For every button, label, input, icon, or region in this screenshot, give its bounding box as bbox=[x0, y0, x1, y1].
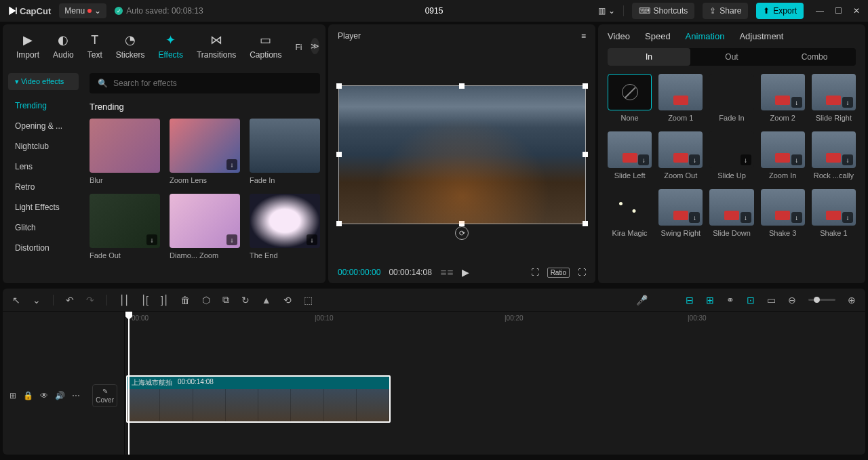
resize-handle[interactable] bbox=[336, 83, 342, 89]
sidebar-item[interactable]: Trending bbox=[8, 96, 79, 116]
anim-subtab-combo[interactable]: Combo bbox=[773, 48, 856, 66]
animation-item[interactable]: ↓Slide Down bbox=[709, 189, 753, 237]
video-frame[interactable] bbox=[338, 85, 586, 224]
sidebar-item[interactable]: Opening & ... bbox=[8, 116, 79, 136]
resize-handle[interactable] bbox=[336, 221, 342, 226]
animation-item[interactable]: ↓Slide Up bbox=[709, 131, 753, 180]
inspector-tab-speed[interactable]: Speed bbox=[645, 31, 671, 41]
menu-button[interactable]: Menu ⌄ bbox=[59, 3, 106, 18]
playhead[interactable] bbox=[128, 312, 130, 455]
sidebar-item[interactable]: Distortion bbox=[8, 238, 79, 258]
crop-tool[interactable]: ⬚ bbox=[304, 295, 313, 306]
media-tab-import[interactable]: ▶Import bbox=[11, 30, 45, 62]
fullscreen-icon[interactable]: ⛶ bbox=[578, 268, 586, 277]
animation-item[interactable]: ↓Rock ...cally bbox=[812, 131, 856, 180]
more-icon[interactable]: ⋯ bbox=[72, 391, 80, 400]
search-input[interactable] bbox=[113, 79, 312, 88]
resize-handle[interactable] bbox=[583, 83, 588, 89]
split-right-tool[interactable]: ]⎮ bbox=[161, 295, 168, 306]
anim-subtab-out[interactable]: Out bbox=[690, 48, 773, 66]
animation-item[interactable]: Zoom 1 bbox=[658, 74, 703, 122]
sidebar-item[interactable]: Light Effects bbox=[8, 197, 79, 217]
share-button[interactable]: ⇪ Share bbox=[703, 3, 748, 19]
sidebar-item[interactable]: Glitch bbox=[8, 217, 79, 238]
rotate-tool[interactable]: ⟲ bbox=[283, 295, 292, 306]
video-clip[interactable]: 上海城市航拍 00:00:14:08 bbox=[126, 375, 391, 423]
zoom-in-icon[interactable]: ⊕ bbox=[848, 295, 856, 306]
refresh-icon[interactable]: ⟳ bbox=[455, 226, 469, 240]
chevron-down-icon[interactable]: ⌄ bbox=[33, 295, 41, 306]
split-left-tool[interactable]: ⎮[ bbox=[141, 295, 149, 306]
zoom-slider[interactable] bbox=[808, 299, 835, 301]
list-icon[interactable]: ≣≣ bbox=[440, 268, 454, 277]
add-track-icon[interactable]: ⊞ bbox=[9, 391, 16, 400]
animation-item[interactable]: ↓Slide Left bbox=[608, 131, 652, 180]
link-tool-1[interactable]: ⊟ bbox=[686, 295, 694, 306]
animation-item[interactable]: ↓Zoom Out bbox=[658, 131, 703, 180]
resize-handle[interactable] bbox=[583, 221, 588, 226]
link-tool-2[interactable]: ⊞ bbox=[706, 295, 714, 306]
ratio-button[interactable]: Ratio bbox=[547, 268, 570, 278]
menu-icon[interactable]: ≡ bbox=[581, 31, 586, 41]
sidebar-tag[interactable]: ▾ Video effects bbox=[8, 73, 79, 90]
eye-icon[interactable]: 👁 bbox=[40, 391, 48, 400]
inspector-tab-animation[interactable]: Animation bbox=[686, 31, 725, 41]
link-tool[interactable]: ⚭ bbox=[726, 295, 734, 306]
animation-item[interactable]: Fade In bbox=[709, 74, 753, 122]
resize-handle[interactable] bbox=[336, 152, 342, 157]
redo-button[interactable]: ↷ bbox=[86, 295, 94, 306]
export-button[interactable]: ⬆ Export bbox=[756, 3, 804, 19]
resize-handle[interactable] bbox=[583, 152, 588, 157]
media-tab-text[interactable]: TText bbox=[82, 30, 108, 62]
animation-item[interactable]: ↓Shake 1 bbox=[812, 189, 856, 237]
mic-icon[interactable]: 🎤 bbox=[636, 295, 648, 306]
animation-item[interactable]: ↓Zoom 2 bbox=[761, 74, 805, 122]
lock-icon[interactable]: 🔒 bbox=[23, 391, 33, 400]
anim-subtab-in[interactable]: In bbox=[608, 48, 690, 66]
inspector-tab-video[interactable]: Video bbox=[608, 31, 630, 41]
zoom-out-icon[interactable]: ⊖ bbox=[788, 295, 796, 306]
animation-item[interactable]: ↓Slide Right bbox=[812, 74, 856, 122]
sidebar-item[interactable]: Lens bbox=[8, 156, 79, 177]
pointer-tool[interactable]: ↖ bbox=[12, 295, 20, 306]
mute-icon[interactable]: 🔊 bbox=[55, 391, 65, 400]
media-tab-transitions[interactable]: ⋈Transitions bbox=[191, 30, 241, 62]
shortcuts-button[interactable]: ⌨ Shortcuts bbox=[632, 3, 695, 19]
media-tab-audio[interactable]: ◐Audio bbox=[47, 30, 79, 62]
shield-tool[interactable]: ⬡ bbox=[202, 295, 210, 306]
media-tab-stickers[interactable]: ◔Stickers bbox=[111, 30, 151, 62]
resize-handle[interactable] bbox=[459, 221, 465, 226]
preview-tool[interactable]: ▭ bbox=[767, 295, 776, 306]
close-icon[interactable]: ✕ bbox=[853, 6, 860, 16]
search-box[interactable]: 🔍 bbox=[90, 73, 320, 93]
player-viewport[interactable]: ⟳ bbox=[328, 47, 595, 262]
media-tab-captions[interactable]: ▭Captions bbox=[244, 30, 287, 62]
animation-item[interactable]: None bbox=[608, 74, 652, 122]
sidebar-item[interactable]: Retro bbox=[8, 177, 79, 197]
effect-item[interactable]: Blur bbox=[90, 119, 160, 184]
resize-handle[interactable] bbox=[459, 83, 465, 89]
timeline-ruler[interactable]: 00:00|00:10|00:20|00:30 bbox=[125, 312, 865, 328]
animation-item[interactable]: ↓Zoom In bbox=[761, 131, 805, 180]
animation-item[interactable]: Kira Magic bbox=[608, 189, 652, 237]
effect-item[interactable]: ↓Diamo... Zoom bbox=[170, 194, 240, 259]
animation-item[interactable]: ↓Shake 3 bbox=[761, 189, 805, 237]
play-button[interactable]: ▶ bbox=[462, 267, 469, 278]
magnet-tool[interactable]: ⊡ bbox=[747, 295, 755, 306]
animation-item[interactable]: ↓Swing Right bbox=[658, 189, 703, 237]
effect-item[interactable]: ↓Fade Out bbox=[90, 194, 160, 259]
minimize-icon[interactable]: — bbox=[816, 6, 824, 16]
split-tool[interactable]: ⎮⎮ bbox=[119, 295, 129, 306]
effect-item[interactable]: ↓The End bbox=[250, 194, 320, 259]
scroll-right-button[interactable]: ≫ bbox=[311, 38, 319, 54]
layout-icon[interactable]: ▥ ⌄ bbox=[598, 6, 614, 16]
copy-tool[interactable]: ⧉ bbox=[222, 294, 229, 306]
media-tab-fi[interactable]: Fi bbox=[290, 37, 308, 55]
inspector-tab-adjustment[interactable]: Adjustment bbox=[739, 31, 783, 41]
delete-tool[interactable]: 🗑 bbox=[180, 295, 190, 306]
cover-button[interactable]: ✎ Cover bbox=[92, 384, 117, 407]
maximize-icon[interactable]: ☐ bbox=[835, 6, 842, 16]
media-tab-effects[interactable]: ✦Effects bbox=[153, 30, 188, 62]
undo-button[interactable]: ↶ bbox=[66, 295, 74, 306]
rotate-tool[interactable]: ↻ bbox=[241, 295, 250, 306]
